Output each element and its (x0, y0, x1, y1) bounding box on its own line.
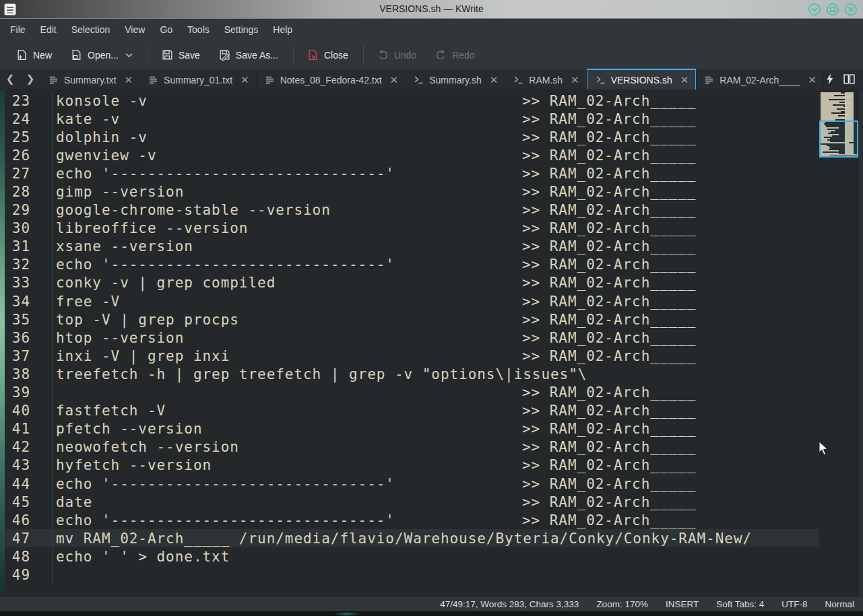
line-number: 39 (5, 384, 53, 402)
tab-scroll-back-button[interactable]: ❮ (0, 69, 20, 90)
status-input-mode[interactable]: INSERT (666, 599, 699, 609)
shell-file-icon (414, 75, 424, 85)
menu-go[interactable]: Go (152, 19, 180, 40)
line-text: echo ' ' > done.txt (56, 549, 230, 565)
save-as-icon (219, 49, 230, 61)
line-number: 45 (5, 493, 53, 511)
code-line-42: 42neowofetch --version>> RAM_02-Arch____… (5, 438, 819, 456)
line-text: echo '------------------------------' (56, 256, 395, 273)
redirect-text: >> RAM_02-Arch_____ (522, 402, 696, 420)
line-text: mv RAM_02-Arch_____ /run/media/flavio/Wa… (56, 531, 752, 547)
titlebar[interactable]: VERSIONS.sh — KWrite (0, 0, 863, 19)
line-number: 31 (5, 238, 53, 256)
window-controls (808, 3, 858, 16)
quick-open-button[interactable] (825, 73, 834, 85)
tab-close-icon[interactable]: ✕ (805, 74, 817, 86)
line-number: 30 (5, 219, 53, 238)
status-indent-mode[interactable]: Soft Tabs: 4 (716, 599, 764, 609)
window-maximize-button[interactable] (826, 3, 839, 16)
toolbar-save-button[interactable]: Save (155, 44, 207, 65)
window-minimize-button[interactable] (808, 3, 821, 16)
code-line-43: 43hyfetch --version>> RAM_02-Arch_____ (5, 456, 819, 475)
menu-edit[interactable]: Edit (33, 19, 64, 40)
code-line-34: 34free -V>> RAM_02-Arch_____ (5, 292, 819, 310)
status-session[interactable]: Normal (825, 599, 854, 609)
toolbar-close-button[interactable]: Close (300, 44, 355, 65)
tab-RAM.sh[interactable]: RAM.sh✕ (505, 70, 586, 90)
tab-Summary.txt[interactable]: Summary.txt✕ (40, 70, 140, 90)
redirect-text: >> RAM_02-Arch_____ (522, 511, 696, 529)
tab-close-icon[interactable]: ✕ (568, 74, 579, 86)
redirect-text: >> RAM_02-Arch_____ (522, 292, 696, 310)
code-line-44: 44echo '------------------------------'>… (5, 475, 819, 493)
menu-selection[interactable]: Selection (64, 19, 118, 40)
code-line-36: 36htop --version>> RAM_02-Arch_____ (5, 329, 819, 347)
tab-Notes_08_Fedora-42.txt[interactable]: Notes_08_Fedora-42.txt✕ (257, 70, 406, 90)
menu-view[interactable]: View (117, 19, 152, 40)
line-number: 47 (5, 529, 53, 547)
tab-scroll-forward-button[interactable]: ❯ (20, 69, 40, 90)
status-encoding[interactable]: UTF-8 (781, 599, 807, 609)
menu-tools[interactable]: Tools (180, 19, 217, 40)
code-line-38: 38treefetch -h | grep treefetch | grep -… (5, 365, 819, 383)
toolbar-new-button[interactable]: New (9, 44, 59, 65)
split-view-button[interactable] (843, 74, 855, 84)
menu-help[interactable]: Help (265, 19, 300, 40)
line-text: treefetch -h | grep treefetch | grep -v … (56, 366, 587, 382)
line-number: 32 (5, 256, 53, 274)
code-line-35: 35top -V | grep procps>> RAM_02-Arch____… (5, 310, 819, 329)
toolbar-separator (363, 46, 364, 64)
toolbar-open-button[interactable]: Open... (64, 44, 139, 65)
redirect-text: >> RAM_02-Arch_____ (522, 238, 696, 256)
line-text: gwenview -v (56, 147, 157, 164)
line-text: echo '------------------------------' (56, 512, 395, 528)
mouse-cursor (819, 441, 829, 456)
line-number: 43 (5, 456, 53, 475)
status-zoom-level[interactable]: Zoom: 170% (596, 599, 648, 609)
code-line-31: 31xsane --version>> RAM_02-Arch_____ (5, 238, 819, 256)
line-number: 25 (5, 128, 53, 146)
toolbar-undo-button[interactable]: Undo (371, 44, 423, 65)
menu-settings[interactable]: Settings (217, 19, 266, 40)
code-area[interactable]: 23konsole -v>> RAM_02-Arch_____24kate -v… (5, 92, 819, 584)
toolbar-button-label: Undo (394, 50, 416, 61)
window-close-button[interactable] (844, 3, 858, 16)
tab-close-icon[interactable]: ✕ (238, 74, 249, 86)
code-line-37: 37inxi -V | grep inxi>> RAM_02-Arch_____ (5, 347, 819, 365)
toolbar-button-label: Open... (88, 50, 119, 61)
status-bar: 47/49:17, Words 283, Chars 3,333Zoom: 17… (0, 596, 863, 611)
minimap-scrollbar[interactable] (819, 92, 860, 594)
line-text: konsole -v (56, 93, 148, 109)
redirect-text: >> RAM_02-Arch_____ (522, 456, 696, 475)
desktop-wallpaper-edge (0, 90, 5, 596)
redirect-text: >> RAM_02-Arch_____ (522, 110, 696, 128)
tab-VERSIONS.sh[interactable]: VERSIONS.sh✕ (587, 69, 697, 90)
window-title: VERSIONS.sh — KWrite (0, 0, 863, 19)
code-line-46: 46echo '------------------------------'>… (5, 511, 819, 529)
code-line-23: 23konsole -v>> RAM_02-Arch_____ (5, 92, 819, 110)
editor-view[interactable]: 23konsole -v>> RAM_02-Arch_____24kate -v… (0, 90, 863, 596)
tab-close-icon[interactable]: ✕ (122, 74, 133, 86)
minimap-viewport-handle[interactable] (819, 121, 858, 158)
tab-label: Notes_08_Fedora-42.txt (280, 75, 382, 85)
tab-RAM_02-Arch____[interactable]: RAM_02-Arch____✕ (696, 70, 824, 90)
toolbar-button-label: Close (324, 50, 348, 61)
toolbar-save-as-button[interactable]: Save As... (212, 44, 285, 65)
code-line-40: 40fastfetch -V>> RAM_02-Arch_____ (5, 402, 819, 420)
line-text: inxi -V | grep inxi (56, 348, 230, 364)
tab-close-icon[interactable]: ✕ (487, 74, 499, 86)
line-text: hyfetch --version (56, 457, 212, 473)
tab-Summary_01.txt[interactable]: Summary_01.txt✕ (140, 70, 257, 90)
desktop-bottom-edge (0, 611, 863, 616)
status-cursor-position[interactable]: 47/49:17, Words 283, Chars 3,333 (440, 599, 579, 609)
chevron-down-icon (125, 53, 133, 58)
redirect-text: >> RAM_02-Arch_____ (522, 347, 696, 365)
tab-close-icon[interactable]: ✕ (387, 74, 399, 86)
tab-Summary.sh[interactable]: Summary.sh✕ (406, 70, 505, 90)
code-line-27: 27echo '------------------------------'>… (5, 164, 819, 182)
menu-file[interactable]: File (3, 19, 33, 40)
tab-label: RAM_02-Arch____ (720, 75, 800, 85)
line-text: dolphin -v (56, 129, 148, 145)
tab-close-icon[interactable]: ✕ (678, 74, 689, 86)
toolbar-redo-button[interactable]: Redo (428, 44, 481, 65)
